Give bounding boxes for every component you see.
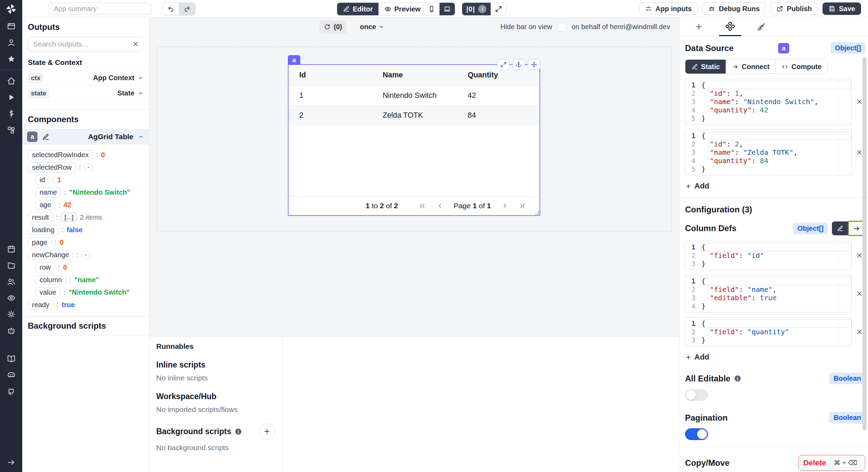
app-canvas[interactable]: (0) once Hide bar on view on behalf of h… bbox=[149, 17, 679, 336]
add-column-def-button[interactable]: Add bbox=[685, 353, 709, 362]
output-key-pill[interactable]: ready bbox=[28, 300, 53, 310]
github-icon[interactable] bbox=[0, 383, 22, 399]
remove-item-button[interactable] bbox=[856, 290, 863, 297]
code-editor[interactable]: 1{2 "id": 2,3 "name": "Zelda TOTK",4 "qu… bbox=[685, 129, 852, 175]
table-cell[interactable]: 1 bbox=[299, 91, 383, 100]
mobile-view-button[interactable] bbox=[424, 3, 439, 15]
table-cell[interactable]: Nintendo Switch bbox=[383, 91, 468, 100]
previous-page-button[interactable] bbox=[436, 202, 443, 209]
output-key-pill[interactable]: age bbox=[35, 200, 55, 210]
code-editor[interactable]: 1{2 "field": "quantity"3} bbox=[685, 317, 852, 346]
component-row-aggrid[interactable]: a AgGrid Table bbox=[22, 129, 149, 144]
publish-button[interactable]: Publish bbox=[770, 2, 818, 15]
remove-item-button[interactable] bbox=[856, 252, 863, 259]
insert-component-tab[interactable] bbox=[688, 17, 710, 36]
eye-icon[interactable] bbox=[0, 290, 22, 306]
table-row[interactable]: 2Zelda TOTK84 bbox=[289, 106, 540, 125]
chevron-up-icon[interactable] bbox=[138, 134, 144, 140]
hub-icon[interactable] bbox=[0, 122, 22, 138]
pagination-toggle[interactable] bbox=[685, 428, 708, 440]
undo-button[interactable] bbox=[163, 3, 179, 15]
last-page-button[interactable] bbox=[519, 202, 526, 209]
resize-handle[interactable] bbox=[535, 211, 539, 214]
schedule-dropdown[interactable]: once bbox=[360, 23, 384, 31]
collapse-sidebar-icon[interactable] bbox=[0, 454, 22, 471]
remove-item-button[interactable] bbox=[856, 328, 863, 336]
fullscreen-button[interactable] bbox=[491, 3, 506, 15]
state-row[interactable]: state State bbox=[22, 86, 149, 101]
robot-icon[interactable] bbox=[0, 322, 22, 339]
table-cell[interactable]: 42 bbox=[468, 91, 540, 100]
next-page-button[interactable] bbox=[501, 202, 508, 209]
output-key-pill[interactable]: newChange bbox=[28, 250, 73, 260]
source-tab-compute[interactable]: Compute bbox=[775, 60, 827, 74]
output-key-pill[interactable]: column bbox=[35, 275, 66, 285]
remove-item-button[interactable] bbox=[856, 149, 863, 156]
pencil-icon[interactable] bbox=[42, 133, 49, 141]
output-key-pill[interactable]: loading bbox=[28, 225, 59, 235]
discord-icon[interactable] bbox=[0, 367, 22, 383]
delete-component-button[interactable]: Delete ⌘ + ⌫ bbox=[799, 455, 865, 471]
output-key-pill[interactable]: row bbox=[35, 262, 55, 272]
component-settings-tab[interactable] bbox=[719, 17, 741, 36]
save-button[interactable]: Save bbox=[823, 2, 861, 15]
play-icon[interactable] bbox=[0, 89, 22, 106]
hide-bar-checkbox[interactable] bbox=[557, 23, 566, 32]
ctx-row[interactable]: ctx App Context bbox=[22, 70, 149, 86]
editor-tab[interactable]: Editor bbox=[337, 3, 378, 15]
app-inputs-button[interactable]: App inputs bbox=[639, 2, 698, 15]
code-editor[interactable]: 1{2 "field": "name",3 "editable": true4} bbox=[685, 275, 852, 312]
table-row[interactable]: 1Nintendo Switch42 bbox=[289, 86, 540, 106]
clear-search-icon[interactable] bbox=[132, 40, 139, 48]
user-icon[interactable] bbox=[0, 34, 22, 51]
table-cell[interactable]: Zelda TOTK bbox=[383, 111, 468, 120]
desktop-view-button[interactable] bbox=[439, 3, 455, 15]
output-key-pill[interactable]: id bbox=[35, 175, 49, 185]
code-editor[interactable]: 1{2 "field": "id"3} bbox=[685, 241, 852, 270]
add-data-source-item-button[interactable]: Add bbox=[685, 182, 709, 191]
edit-mode-button[interactable] bbox=[832, 221, 848, 235]
home-icon[interactable] bbox=[0, 73, 22, 89]
calendar-icon[interactable] bbox=[0, 241, 22, 257]
windmill-logo[interactable] bbox=[0, 0, 22, 18]
table-cell[interactable]: 84 bbox=[468, 111, 540, 120]
component-tab-badge[interactable]: a bbox=[288, 55, 300, 65]
debug-runs-button[interactable]: Debug Runs bbox=[702, 2, 766, 15]
source-tab-connect[interactable]: Connect bbox=[726, 60, 775, 74]
move-component-button[interactable] bbox=[528, 59, 540, 70]
output-key-pill[interactable]: result bbox=[28, 212, 53, 222]
output-key-pill[interactable]: selectedRowIndex bbox=[28, 150, 93, 160]
output-key-pill[interactable]: value bbox=[35, 287, 60, 297]
all-editable-toggle[interactable] bbox=[685, 389, 708, 401]
output-value[interactable]: [...] bbox=[61, 213, 76, 222]
refresh-count-button[interactable]: (0) bbox=[319, 20, 347, 34]
source-tab-static[interactable]: Static bbox=[685, 60, 726, 74]
book-icon[interactable] bbox=[0, 351, 22, 367]
first-page-button[interactable] bbox=[419, 202, 426, 209]
expand-component-button[interactable] bbox=[497, 59, 510, 70]
remove-item-button[interactable] bbox=[856, 98, 863, 106]
column-header-id[interactable]: Id bbox=[299, 71, 383, 79]
anchor-component-button[interactable] bbox=[512, 59, 525, 70]
output-key-pill[interactable]: name bbox=[35, 187, 61, 197]
output-key-pill[interactable]: page bbox=[28, 237, 52, 247]
app-summary-input[interactable] bbox=[49, 3, 151, 15]
column-header-name[interactable]: Name bbox=[383, 71, 468, 79]
hide-panels-button[interactable]: |0| i bbox=[462, 3, 491, 15]
style-settings-tab[interactable] bbox=[750, 17, 773, 36]
add-background-script-button[interactable] bbox=[259, 423, 275, 439]
table-cell[interactable]: 2 bbox=[299, 111, 383, 120]
aggrid-table-component[interactable]: a IdNameQuantity 1Nintendo Switch422Zeld… bbox=[288, 64, 540, 216]
gear-icon[interactable] bbox=[0, 306, 22, 322]
redo-button[interactable] bbox=[179, 3, 195, 15]
output-key-pill[interactable]: selectedRow bbox=[28, 162, 76, 172]
star-icon[interactable] bbox=[0, 51, 22, 67]
settings-scrollbar[interactable] bbox=[862, 57, 867, 430]
app-window-icon[interactable] bbox=[0, 18, 22, 34]
search-outputs-input[interactable] bbox=[28, 37, 143, 51]
users-icon[interactable] bbox=[0, 273, 22, 290]
dollar-icon[interactable] bbox=[0, 106, 22, 122]
code-editor[interactable]: 1{2 "id": 1,3 "name": "Nintendo Switch",… bbox=[685, 79, 852, 125]
column-header-quantity[interactable]: Quantity bbox=[468, 71, 540, 79]
folder-icon[interactable] bbox=[0, 257, 22, 273]
